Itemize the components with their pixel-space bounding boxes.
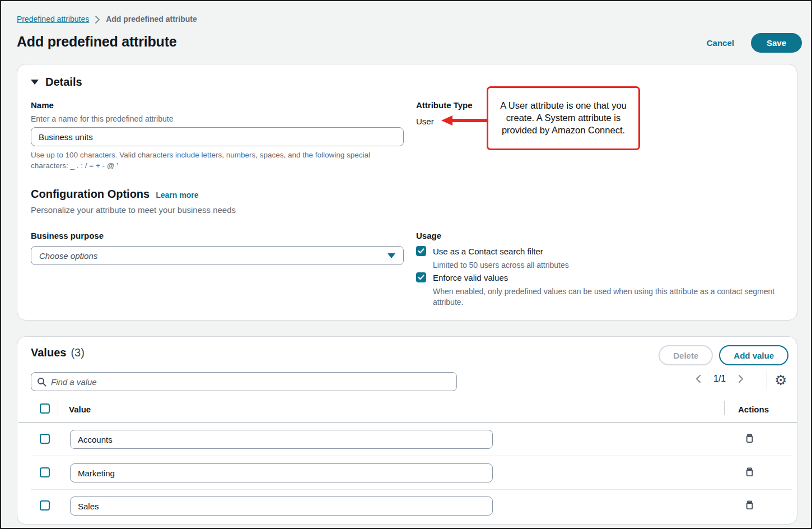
previous-page-icon[interactable] (695, 374, 701, 383)
name-label: Name (31, 100, 54, 110)
checkmark-icon (418, 275, 424, 280)
name-description: Enter a name for this predefined attribu… (31, 114, 173, 123)
trash-icon (744, 433, 755, 444)
contact-search-filter-description: Limited to 50 users across all attribute… (433, 260, 569, 271)
save-button[interactable]: Save (751, 33, 802, 53)
select-all-checkbox[interactable] (40, 403, 50, 414)
row-checkbox[interactable] (40, 500, 50, 511)
search-icon (37, 377, 46, 387)
search-input[interactable] (51, 377, 451, 387)
usage-option-contact-search-filter: Use as a Contact search filter (416, 246, 543, 256)
configuration-options-header: Configuration Options Learn more (31, 188, 198, 201)
attribute-type-value: User (416, 117, 434, 126)
row-checkbox[interactable] (40, 467, 50, 477)
enforce-valid-values-label: Enforce valid values (433, 273, 508, 282)
delete-button[interactable]: Delete (659, 345, 713, 365)
details-panel: Details Name Enter a name for this prede… (17, 64, 797, 321)
annotation-text: A User attribute is one that you create.… (494, 100, 633, 137)
gear-icon[interactable]: ⚙ (774, 372, 787, 389)
cancel-button[interactable]: Cancel (707, 38, 734, 48)
value-input-row-3[interactable] (70, 496, 493, 516)
values-actions: Delete Add value (659, 345, 788, 365)
annotation-callout: A User attribute is one that you create.… (487, 86, 640, 150)
row-separator (31, 489, 792, 490)
trash-icon (744, 500, 755, 511)
breadcrumb-current: Add predefined attribute (106, 15, 197, 24)
configuration-options-title: Configuration Options (31, 188, 150, 201)
business-purpose-select[interactable]: Choose options (31, 246, 404, 265)
next-page-icon[interactable] (738, 374, 744, 383)
divider (58, 401, 58, 415)
business-purpose-placeholder: Choose options (39, 251, 97, 261)
delete-row-button[interactable] (742, 498, 757, 512)
name-input[interactable] (31, 127, 404, 146)
value-input-row-1[interactable] (70, 430, 493, 449)
delete-row-button[interactable] (742, 465, 757, 479)
header-actions: Cancel Save (707, 33, 802, 53)
details-section-title: Details (45, 76, 82, 89)
trash-icon (744, 467, 755, 477)
values-title: Values (31, 346, 66, 359)
usage-label: Usage (416, 231, 441, 240)
pagination: 1/1 (695, 374, 744, 384)
values-panel-header: Values (3) (31, 346, 85, 359)
row-checkbox[interactable] (40, 434, 50, 444)
learn-more-link[interactable]: Learn more (156, 191, 198, 199)
row-separator (31, 456, 792, 456)
name-constraint-text: Use up to 100 characters. Valid characte… (31, 150, 402, 171)
add-value-button[interactable]: Add value (719, 345, 788, 365)
value-column-header: Value (69, 405, 91, 414)
breadcrumb: Predefined attributes Add predefined att… (17, 15, 197, 24)
caret-down-icon (388, 253, 395, 258)
configuration-options-subtitle: Personalize your attribute to meet your … (31, 205, 236, 215)
value-search (31, 372, 457, 391)
enforce-valid-values-description: When enabled, only predefined values can… (433, 286, 796, 308)
page-title: Add predefined attribute (17, 34, 176, 50)
table-header-border (18, 422, 797, 423)
enforce-valid-values-checkbox[interactable] (416, 272, 426, 282)
triangle-down-icon (31, 80, 39, 85)
divider (724, 401, 725, 415)
red-arrow-icon (441, 114, 488, 127)
contact-search-filter-checkbox[interactable] (416, 246, 426, 256)
divider (767, 372, 767, 389)
values-panel: Values (3) Delete Add value 1/1 ⚙ Value … (17, 336, 797, 525)
business-purpose-label: Business purpose (31, 231, 104, 240)
values-count: (3) (71, 346, 84, 359)
actions-column-header: Actions (738, 405, 769, 414)
delete-row-button[interactable] (742, 431, 757, 446)
page-indicator: 1/1 (713, 374, 726, 384)
checkmark-icon (418, 248, 424, 254)
attribute-type-label: Attribute Type (416, 100, 473, 110)
breadcrumb-link-predefined-attributes[interactable]: Predefined attributes (17, 15, 89, 24)
value-input-row-2[interactable] (70, 463, 493, 482)
usage-option-enforce-valid-values: Enforce valid values (416, 272, 508, 282)
chevron-right-icon (95, 16, 100, 24)
details-section-toggle[interactable]: Details (31, 76, 82, 89)
contact-search-filter-label: Use as a Contact search filter (433, 247, 543, 256)
